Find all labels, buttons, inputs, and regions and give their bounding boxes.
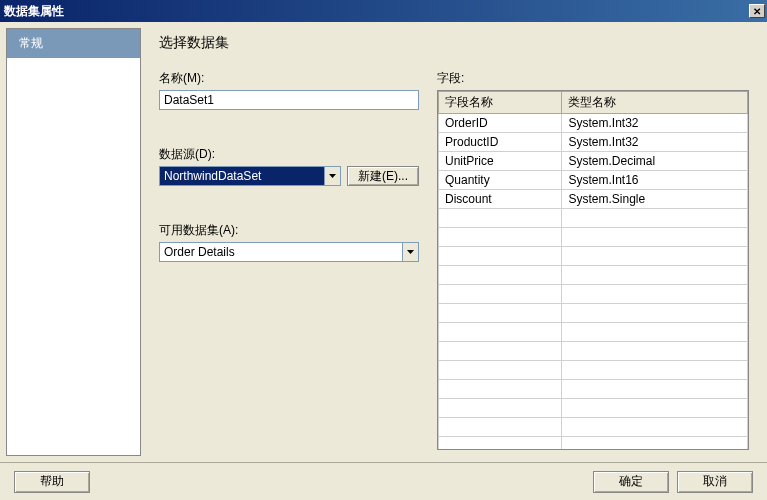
cell-typename — [562, 399, 748, 418]
cell-fieldname — [439, 247, 562, 266]
cell-fieldname — [439, 266, 562, 285]
fields-grid-container: 字段名称 类型名称 OrderIDSystem.Int32ProductIDSy… — [437, 90, 749, 450]
main-panel: 选择数据集 名称(M): 数据源(D): NorthwindDataSet 新建… — [141, 22, 767, 462]
title-bar: 数据集属性 ✕ — [0, 0, 767, 22]
cell-fieldname — [439, 342, 562, 361]
svg-marker-0 — [329, 174, 336, 178]
table-row[interactable]: ProductIDSystem.Int32 — [439, 133, 748, 152]
cell-typename — [562, 380, 748, 399]
cell-fieldname: Discount — [439, 190, 562, 209]
available-combo[interactable]: Order Details — [159, 242, 419, 262]
cell-typename: System.Single — [562, 190, 748, 209]
table-row[interactable] — [439, 361, 748, 380]
close-button[interactable]: ✕ — [749, 4, 765, 18]
cell-fieldname: UnitPrice — [439, 152, 562, 171]
grid-header-fieldname[interactable]: 字段名称 — [439, 92, 562, 114]
table-row[interactable] — [439, 209, 748, 228]
table-row[interactable] — [439, 418, 748, 437]
cell-typename: System.Decimal — [562, 152, 748, 171]
cell-typename: System.Int16 — [562, 171, 748, 190]
table-row[interactable] — [439, 304, 748, 323]
cell-typename — [562, 247, 748, 266]
title-text: 数据集属性 — [4, 3, 64, 20]
cancel-button[interactable]: 取消 — [677, 471, 753, 493]
available-label: 可用数据集(A): — [159, 222, 419, 239]
available-value: Order Details — [160, 243, 402, 261]
cell-typename — [562, 304, 748, 323]
new-button[interactable]: 新建(E)... — [347, 166, 419, 186]
name-label: 名称(M): — [159, 70, 419, 87]
cell-fieldname — [439, 304, 562, 323]
cell-typename — [562, 285, 748, 304]
table-row[interactable] — [439, 380, 748, 399]
fields-grid: 字段名称 类型名称 OrderIDSystem.Int32ProductIDSy… — [438, 91, 748, 450]
cell-typename — [562, 209, 748, 228]
table-row[interactable]: OrderIDSystem.Int32 — [439, 114, 748, 133]
cell-typename: System.Int32 — [562, 133, 748, 152]
close-icon: ✕ — [753, 6, 761, 17]
help-button[interactable]: 帮助 — [14, 471, 90, 493]
table-row[interactable] — [439, 266, 748, 285]
fields-label: 字段: — [437, 70, 749, 87]
cell-fieldname: ProductID — [439, 133, 562, 152]
table-row[interactable] — [439, 323, 748, 342]
cell-fieldname — [439, 361, 562, 380]
table-row[interactable]: QuantitySystem.Int16 — [439, 171, 748, 190]
sidebar: 常规 — [6, 28, 141, 456]
cell-fieldname: OrderID — [439, 114, 562, 133]
table-row[interactable] — [439, 247, 748, 266]
cell-typename — [562, 228, 748, 247]
cell-typename — [562, 342, 748, 361]
page-title: 选择数据集 — [159, 34, 749, 52]
cell-typename — [562, 361, 748, 380]
cell-typename: System.Int32 — [562, 114, 748, 133]
cell-fieldname — [439, 437, 562, 451]
name-input[interactable] — [159, 90, 419, 110]
cell-fieldname — [439, 285, 562, 304]
cell-typename — [562, 437, 748, 451]
grid-header-typename[interactable]: 类型名称 — [562, 92, 748, 114]
dropdown-button[interactable] — [324, 167, 340, 185]
dropdown-button[interactable] — [402, 243, 418, 261]
table-row[interactable] — [439, 285, 748, 304]
grid-header-row: 字段名称 类型名称 — [439, 92, 748, 114]
table-row[interactable] — [439, 437, 748, 451]
cell-fieldname — [439, 209, 562, 228]
cell-fieldname — [439, 323, 562, 342]
cell-fieldname — [439, 380, 562, 399]
sidebar-item-label: 常规 — [19, 36, 43, 50]
datasource-value: NorthwindDataSet — [160, 167, 324, 185]
datasource-combo[interactable]: NorthwindDataSet — [159, 166, 341, 186]
table-row[interactable] — [439, 399, 748, 418]
table-row[interactable] — [439, 228, 748, 247]
sidebar-item-general[interactable]: 常规 — [7, 29, 140, 58]
table-row[interactable]: DiscountSystem.Single — [439, 190, 748, 209]
svg-marker-1 — [407, 250, 414, 254]
cell-fieldname: Quantity — [439, 171, 562, 190]
cell-fieldname — [439, 228, 562, 247]
cell-typename — [562, 323, 748, 342]
content-area: 常规 选择数据集 名称(M): 数据源(D): NorthwindDataSet — [0, 22, 767, 462]
cell-typename — [562, 418, 748, 437]
footer: 帮助 确定 取消 — [0, 462, 767, 500]
cell-fieldname — [439, 418, 562, 437]
cell-typename — [562, 266, 748, 285]
chevron-down-icon — [407, 250, 414, 254]
ok-button[interactable]: 确定 — [593, 471, 669, 493]
table-row[interactable]: UnitPriceSystem.Decimal — [439, 152, 748, 171]
table-row[interactable] — [439, 342, 748, 361]
cell-fieldname — [439, 399, 562, 418]
datasource-label: 数据源(D): — [159, 146, 419, 163]
chevron-down-icon — [329, 174, 336, 178]
